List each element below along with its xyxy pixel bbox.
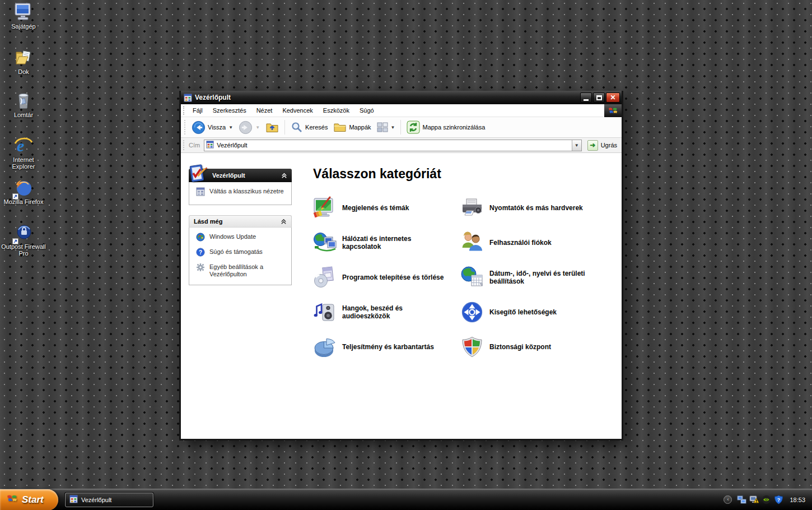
desktop-icon-label: Sajátgép xyxy=(1,23,46,30)
sidebar-panel-control-panel: Vezérlőpult Váltás a klasszikus nézetre xyxy=(189,169,292,205)
sidebar-item-label: Súgó és támogatás xyxy=(209,248,263,258)
desktop-icon-outpost-firewall-pro[interactable]: Outpost Firewall Pro xyxy=(1,223,46,257)
chevron-up-icon[interactable] xyxy=(281,219,287,225)
window-titlebar[interactable]: Vezérlőpult ✕ xyxy=(181,91,622,104)
sidebar-item-valtas-a-klasszikus-nezetre[interactable]: Váltás a klasszikus nézetre xyxy=(196,187,288,198)
menubar-grip[interactable] xyxy=(183,106,186,115)
desktop-icon-mozilla-firefox[interactable]: Mozilla Firefox xyxy=(1,178,46,205)
desktop-icon-label: Outpost Firewall Pro xyxy=(1,243,46,257)
folder-up-icon xyxy=(265,121,279,133)
menu-item-fajl[interactable]: Fájl xyxy=(188,105,208,116)
category-label: Teljesítmény és karbantartás xyxy=(342,343,434,351)
address-dropdown-icon[interactable]: ▼ xyxy=(572,140,581,151)
taskbar-task-vezerlopult[interactable]: Vezérlőpult xyxy=(65,493,153,507)
network-tray-icon[interactable] xyxy=(737,495,746,504)
windows-update-icon xyxy=(196,233,205,243)
folder-sync-button[interactable]: Mappa szinkronizálása xyxy=(404,119,488,136)
category-label: Programok telepítése és törlése xyxy=(342,273,444,281)
chevron-up-icon[interactable] xyxy=(281,173,287,179)
back-dropdown-icon[interactable]: ▼ xyxy=(228,125,233,130)
category-halozati-es-internetes-kapcsolatok[interactable]: Hálózati és internetes kapcsolatok xyxy=(313,231,460,254)
tray-collapse-chevron-icon[interactable]: ‹ xyxy=(724,495,732,504)
address-bar: Cím Vezérlőpult ▼ ➜ Ugrás xyxy=(181,138,622,153)
sidebar-item-windows-update[interactable]: Windows Update xyxy=(196,233,288,243)
forward-button[interactable]: ▼ xyxy=(236,119,263,136)
sidebar-item-label: Egyéb beállítások a Vezérlőpulton xyxy=(209,263,288,278)
desktop-icon-sajatgep[interactable]: Sajátgép xyxy=(1,3,46,30)
toolbar-grip[interactable] xyxy=(184,120,186,135)
firefox-icon xyxy=(13,178,34,197)
menu-bar: FájlSzerkesztésNézetKedvencekEszközökSúg… xyxy=(181,104,622,117)
recycle-bin-icon xyxy=(13,91,34,110)
views-dropdown-icon[interactable]: ▼ xyxy=(391,125,395,130)
category-nyomtatok-es-mas-hardverek[interactable]: Nyomtatók és más hardverek xyxy=(460,196,622,220)
window-title: Vezérlőpult xyxy=(195,94,579,101)
address-value: Vezérlőpult xyxy=(217,142,571,149)
classic-view-icon xyxy=(196,187,205,198)
search-button[interactable]: Keresés xyxy=(288,119,330,135)
control-panel-window: Vezérlőpult ✕ FájlSzerkesztésNézetKedven… xyxy=(179,91,623,441)
category-label: Felhasználói fiókok xyxy=(489,239,552,247)
menu-item-eszkozok[interactable]: Eszközök xyxy=(318,105,354,116)
close-icon: ✕ xyxy=(610,94,615,101)
desktop-icon-dok[interactable]: Dok xyxy=(1,48,46,75)
category-kisegito-lehetosegek[interactable]: Kisegítő lehetőségek xyxy=(460,300,622,324)
security-shield-icon[interactable]: ? xyxy=(774,495,783,504)
category-label: Hálózati és internetes kapcsolatok xyxy=(342,235,451,251)
addressbar-grip[interactable] xyxy=(183,140,185,150)
category-grid: Megjelenés és témákNyomtatók és más hard… xyxy=(313,196,622,359)
minimize-button[interactable] xyxy=(580,92,592,103)
menu-items: FájlSzerkesztésNézetKedvencekEszközökSúg… xyxy=(188,105,379,116)
menu-item-kedvencek[interactable]: Kedvencek xyxy=(277,105,318,116)
go-arrow-icon: ➜ xyxy=(587,140,598,151)
window-content: Vezérlőpult Váltás a klasszikus nézetre … xyxy=(181,153,622,439)
category-megjelenes-es-temak[interactable]: Megjelenés és témák xyxy=(313,196,460,220)
task-buttons: Vezérlőpult xyxy=(58,493,153,507)
menu-item-sugo[interactable]: Súgó xyxy=(354,105,379,116)
desktop-icon-internet-explorer[interactable]: eInternet Explorer xyxy=(1,136,46,170)
folders-button[interactable]: Mappák xyxy=(330,120,374,135)
address-input[interactable]: Vezérlőpult ▼ xyxy=(204,140,581,151)
close-button[interactable]: ✕ xyxy=(606,92,620,103)
search-label: Keresés xyxy=(305,124,328,131)
views-icon xyxy=(377,122,388,132)
toolbar-separator xyxy=(400,120,401,135)
network-internet-icon xyxy=(313,231,337,254)
category-teljesitmeny-es-karbantartas[interactable]: Teljesítmény és karbantartás xyxy=(313,335,460,359)
views-button[interactable]: ▼ xyxy=(374,120,398,134)
go-button[interactable]: ➜ Ugrás xyxy=(585,139,619,152)
category-datum-ido-nyelvi-es-teruleti-beallitasok[interactable]: Dátum-, idő-, nyelvi és területi beállít… xyxy=(460,266,622,289)
category-biztonsagi-kozpont[interactable]: Biztonsági központ xyxy=(460,335,622,359)
sidebar-item-egyeb-beallitasok-a-vezerlopulton[interactable]: Egyéb beállítások a Vezérlőpulton xyxy=(196,263,288,278)
folder-sync-icon xyxy=(407,120,420,134)
maximize-button[interactable] xyxy=(593,92,605,103)
menu-item-szerkesztes[interactable]: Szerkesztés xyxy=(208,105,251,116)
desktop-icon-label: Lomtár xyxy=(1,112,46,118)
sidebar-panel2-title: Lásd még xyxy=(194,218,222,225)
up-button[interactable] xyxy=(263,119,282,135)
performance-maintenance-icon xyxy=(313,335,337,359)
date-time-language-icon xyxy=(460,266,484,289)
category-label: Kisegítő lehetőségek xyxy=(489,308,557,316)
sidebar-item-label: Windows Update xyxy=(209,233,256,243)
internet-explorer-icon: e xyxy=(13,136,34,155)
display-warning-icon[interactable] xyxy=(749,495,759,504)
nvidia-icon[interactable] xyxy=(762,495,771,504)
main-area: Válasszon kategóriát Megjelenés és témák… xyxy=(306,153,622,439)
add-remove-programs-icon xyxy=(313,266,337,289)
menu-item-nezet[interactable]: Nézet xyxy=(251,105,278,116)
sidebar-item-sugo-es-tamogatas[interactable]: ?Súgó és támogatás xyxy=(196,248,288,258)
forward-icon xyxy=(239,120,253,135)
desktop-icon-label: Internet Explorer xyxy=(1,156,46,170)
start-button[interactable]: Start xyxy=(0,489,58,510)
windows-logo-icon xyxy=(603,104,622,117)
category-programok-telepitese-es-torlese[interactable]: Programok telepítése és törlése xyxy=(313,266,460,289)
sounds-audio-icon xyxy=(313,300,337,324)
category-hangok-beszed-es-audioeszkozok[interactable]: Hangok, beszéd és audioeszközök xyxy=(313,300,460,324)
desktop-icon-lomtar[interactable]: Lomtár xyxy=(1,91,46,118)
sidebar-panel1-title: Vezérlőpult xyxy=(212,172,245,179)
back-button[interactable]: Vissza ▼ xyxy=(189,119,236,136)
user-accounts-icon xyxy=(460,231,484,254)
svg-text:?: ? xyxy=(199,249,202,256)
category-felhasznaloi-fiokok[interactable]: Felhasználói fiókok xyxy=(460,231,622,254)
